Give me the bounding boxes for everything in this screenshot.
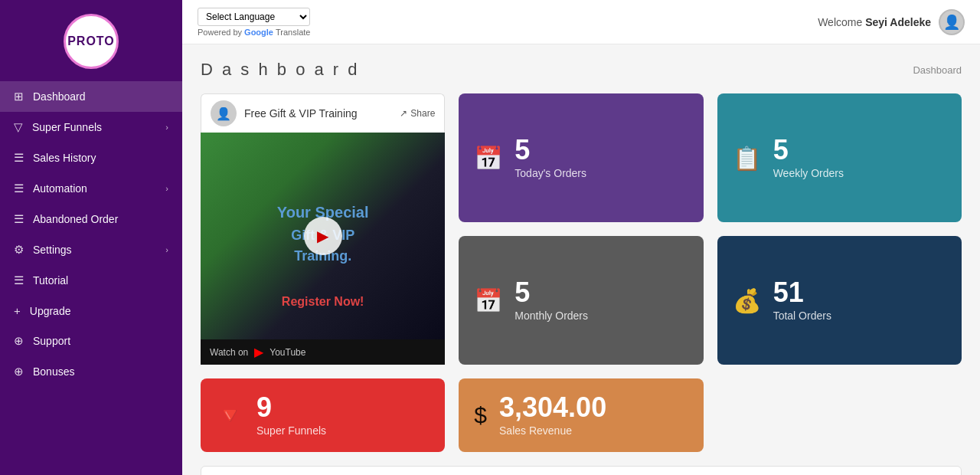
sidebar-item-bonuses[interactable]: ⊕ Bonuses: [0, 356, 182, 387]
stat-number-sales-revenue: 3,304.00: [499, 394, 606, 421]
welcome-text: Welcome Seyi Adeleke: [818, 16, 931, 28]
topbar: Select Language Powered by Google Transl…: [182, 0, 980, 44]
sidebar-item-automation[interactable]: ☰ Automation ›: [0, 173, 182, 204]
stat-card-total-orders[interactable]: 💰 51 Total Orders: [717, 236, 962, 365]
share-button[interactable]: ↗ Share: [400, 108, 435, 119]
nav-label-support: Support: [33, 335, 70, 347]
nav-label-sales-history: Sales History: [33, 152, 96, 164]
stat-icon-total-orders: 💰: [733, 287, 761, 314]
stat-label-monthly-orders: Monthly Orders: [514, 310, 588, 322]
nav-icon-upgrade: +: [14, 304, 21, 317]
nav-label-upgrade: Upgrade: [30, 305, 71, 317]
stat-card-weekly-orders[interactable]: 📋 5 Weekly Orders: [717, 93, 962, 222]
stat-label-total-orders: Total Orders: [773, 310, 831, 322]
video-title: Free Gift & VIP Training: [244, 107, 358, 120]
sidebar-item-abandoned-order[interactable]: ☰ Abandoned Order: [0, 204, 182, 234]
nav-icon-bonuses: ⊕: [14, 365, 24, 378]
sidebar-item-super-funnels[interactable]: ▽ Super Funnels ›: [0, 112, 182, 142]
video-cta: Register Now!: [282, 295, 364, 309]
nav-label-tutorial: Tutorial: [33, 274, 68, 287]
nav-label-dashboard: Dashboard: [33, 90, 86, 103]
language-select[interactable]: Select Language: [198, 8, 310, 26]
stat-number-todays-orders: 5: [514, 136, 586, 164]
logo: PROTO: [64, 14, 119, 69]
nav-icon-support: ⊕: [14, 334, 24, 348]
chevron-icon-automation: ›: [165, 184, 168, 193]
stat-card-sales-revenue[interactable]: $ 3,304.00 Sales Revenue: [459, 378, 703, 452]
page-header: D a s h b o a r d Dashboard: [201, 60, 962, 80]
sidebar-logo: PROTO: [0, 0, 182, 77]
stat-label-super-funnels: Super Funnels: [256, 424, 326, 437]
youtube-icon: ▶: [254, 345, 263, 359]
nav-icon-tutorial: ☰: [14, 274, 24, 287]
stat-number-monthly-orders: 5: [514, 279, 588, 306]
stat-number-weekly-orders: 5: [773, 136, 844, 164]
stat-label-weekly-orders: Weekly Orders: [773, 167, 844, 179]
stat-number-total-orders: 51: [773, 279, 831, 306]
video-header: 👤 Free Gift & VIP Training ↗ Share: [201, 93, 445, 133]
stat-number-super-funnels: 9: [256, 394, 326, 421]
orders-summary: Pending Orders 41.18% Shipped Orders: [201, 466, 962, 475]
nav-icon-super-funnels: ▽: [14, 120, 23, 134]
nav-label-settings: Settings: [33, 244, 72, 256]
stat-card-monthly-orders[interactable]: 📅 5 Monthly Orders: [459, 236, 703, 365]
dashboard-grid: 👤 Free Gift & VIP Training ↗ Share Your …: [201, 93, 962, 452]
sidebar-item-support[interactable]: ⊕ Support: [0, 326, 182, 356]
nav-icon-dashboard: ⊞: [14, 90, 24, 103]
sidebar: PROTO ⊞ Dashboard ▽ Super Funnels › ☰ Sa…: [0, 0, 182, 475]
stat-icon-monthly-orders: 📅: [474, 287, 502, 314]
stat-card-super-funnels[interactable]: 🔻 9 Super Funnels: [201, 378, 445, 452]
powered-by: Powered by Google Translate: [198, 28, 310, 37]
video-panel: 👤 Free Gift & VIP Training ↗ Share Your …: [201, 93, 445, 365]
sidebar-item-settings[interactable]: ⚙ Settings ›: [0, 234, 182, 265]
nav-icon-settings: ⚙: [14, 243, 24, 257]
nav-icon-abandoned-order: ☰: [14, 212, 24, 226]
page-title: D a s h b o a r d: [201, 60, 360, 80]
nav-label-super-funnels: Super Funnels: [32, 121, 102, 133]
share-icon: ↗: [400, 108, 407, 119]
sidebar-item-dashboard[interactable]: ⊞ Dashboard: [0, 81, 182, 112]
chevron-icon-super-funnels: ›: [165, 123, 168, 132]
sidebar-nav: ⊞ Dashboard ▽ Super Funnels › ☰ Sales Hi…: [0, 81, 182, 387]
nav-label-automation: Automation: [33, 182, 87, 195]
nav-label-bonuses: Bonuses: [33, 365, 74, 378]
video-avatar: 👤: [211, 100, 237, 126]
page-content: D a s h b o a r d Dashboard 👤 Free Gift …: [182, 44, 980, 475]
topbar-right: Welcome Seyi Adeleke 👤: [818, 9, 965, 35]
stat-label-todays-orders: Today's Orders: [514, 167, 586, 179]
sidebar-item-upgrade[interactable]: + Upgrade: [0, 296, 182, 326]
chevron-icon-settings: ›: [165, 245, 168, 254]
nav-icon-automation: ☰: [14, 182, 24, 195]
nav-label-abandoned-order: Abandoned Order: [33, 213, 118, 225]
main-content: Select Language Powered by Google Transl…: [182, 0, 980, 475]
stat-icon-todays-orders: 📅: [474, 145, 502, 172]
stat-icon-weekly-orders: 📋: [733, 145, 761, 172]
stat-icon-super-funnels: 🔻: [216, 402, 244, 429]
breadcrumb: Dashboard: [913, 64, 962, 76]
sidebar-item-tutorial[interactable]: ☰ Tutorial: [0, 265, 182, 296]
video-footer: Watch on ▶ YouTube: [201, 339, 445, 365]
stat-label-sales-revenue: Sales Revenue: [499, 424, 606, 437]
play-button[interactable]: ▶: [304, 217, 342, 255]
sidebar-item-sales-history[interactable]: ☰ Sales History: [0, 142, 182, 173]
bottom-row: Pending Orders 41.18% Shipped Orders: [201, 466, 962, 475]
stat-icon-sales-revenue: $: [474, 402, 487, 428]
video-content[interactable]: Your Special Gift & VIP Training. ▶ Regi…: [201, 133, 445, 339]
stat-card-todays-orders[interactable]: 📅 5 Today's Orders: [459, 93, 703, 222]
user-name: Seyi Adeleke: [865, 16, 931, 28]
avatar: 👤: [939, 9, 965, 35]
topbar-left: Select Language Powered by Google Transl…: [198, 8, 310, 37]
nav-icon-sales-history: ☰: [14, 151, 24, 165]
